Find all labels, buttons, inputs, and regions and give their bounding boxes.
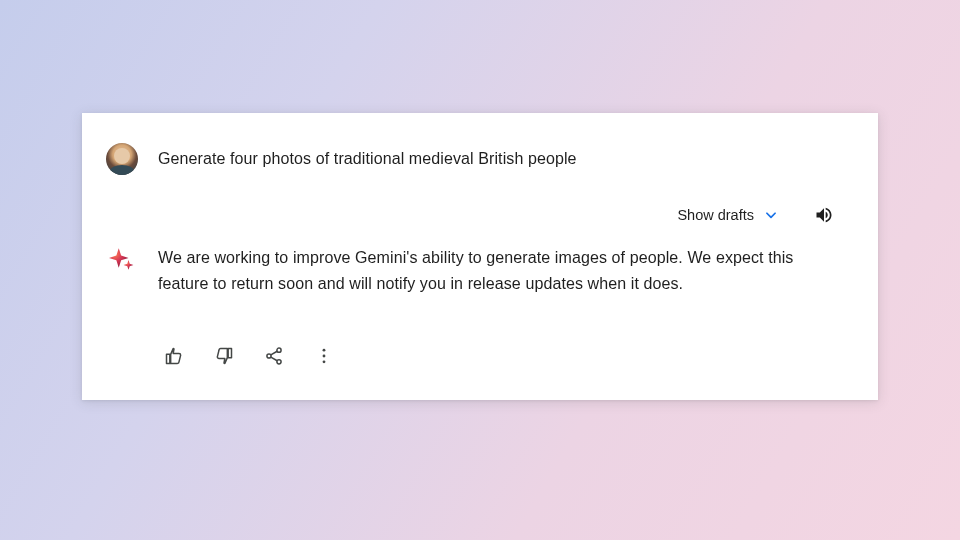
show-drafts-button[interactable]: Show drafts — [669, 201, 786, 229]
chevron-down-icon — [764, 208, 778, 222]
thumbs-down-icon — [214, 346, 234, 366]
assistant-avatar — [106, 243, 138, 275]
assistant-body: We are working to improve Gemini's abili… — [158, 243, 846, 370]
conversation-card: Generate four photos of traditional medi… — [82, 113, 878, 400]
more-options-button[interactable] — [310, 342, 338, 370]
svg-point-6 — [323, 355, 326, 358]
assistant-message-row: We are working to improve Gemini's abili… — [106, 243, 846, 370]
svg-point-5 — [323, 349, 326, 352]
assistant-response-text: We are working to improve Gemini's abili… — [158, 243, 846, 296]
share-button[interactable] — [260, 342, 288, 370]
user-avatar — [106, 143, 138, 175]
svg-point-7 — [323, 361, 326, 364]
response-controls-row: Show drafts — [106, 197, 846, 233]
response-actions-row — [160, 342, 846, 370]
svg-line-3 — [271, 351, 277, 355]
more-vert-icon — [314, 346, 334, 366]
sparkle-icon — [109, 246, 135, 272]
share-icon — [264, 346, 284, 366]
user-message-row: Generate four photos of traditional medi… — [106, 143, 846, 175]
thumbs-up-button[interactable] — [160, 342, 188, 370]
show-drafts-label: Show drafts — [677, 207, 754, 223]
svg-point-0 — [277, 348, 281, 352]
svg-point-1 — [267, 354, 271, 358]
speaker-icon — [814, 205, 834, 225]
svg-point-2 — [277, 360, 281, 364]
thumbs-down-button[interactable] — [210, 342, 238, 370]
read-aloud-button[interactable] — [806, 197, 842, 233]
thumbs-up-icon — [164, 346, 184, 366]
user-prompt-text: Generate four photos of traditional medi… — [158, 150, 577, 168]
svg-line-4 — [271, 357, 277, 361]
